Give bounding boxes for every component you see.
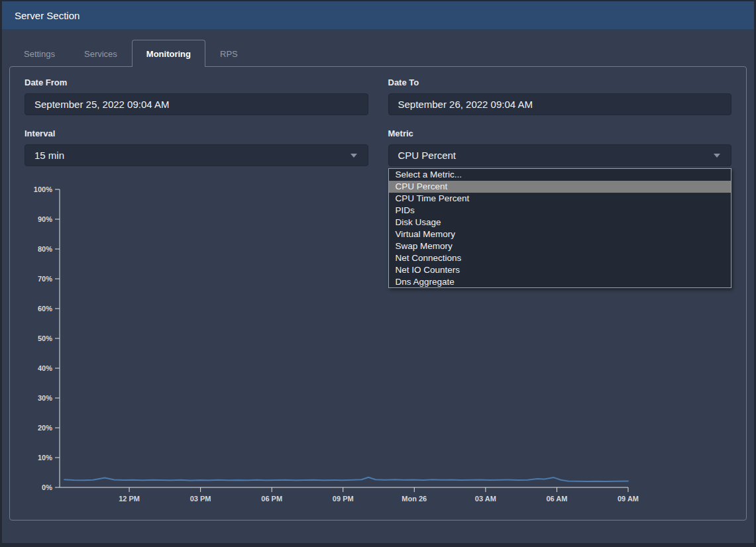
metric-option-net-io-counters[interactable]: Net IO Counters [389,264,731,276]
metric-select[interactable]: CPU Percent [388,144,732,166]
chevron-down-icon [714,154,720,158]
metric-option-cpu-percent[interactable]: CPU Percent [389,181,731,193]
interval-label: Interval [25,128,368,138]
date-from-field-group: Date From [25,77,368,115]
tab-monitoring[interactable]: Monitoring [132,40,205,67]
date-from-label: Date From [25,77,368,87]
app-header: Server Section [2,1,754,30]
x-tick-label: 06 AM [546,495,567,503]
chevron-down-icon [351,154,357,158]
tab-bar: SettingsServicesMonitoringRPS [9,40,747,66]
y-tick-label: 80% [38,245,52,253]
metric-selected-value: CPU Percent [398,150,457,161]
y-tick-label: 40% [38,364,52,372]
page-title: Server Section [15,10,80,21]
y-tick-label: 30% [38,394,52,402]
y-tick-label: 100% [34,185,52,193]
metric-option-select-a-metric[interactable]: Select a Metric... [389,169,731,181]
metric-option-pids[interactable]: PIDs [389,205,731,217]
interval-field-group: Interval 15 min [25,128,368,166]
y-tick-label: 50% [38,334,52,342]
metric-option-cpu-time-percent[interactable]: CPU Time Percent [389,193,731,205]
metric-field-group: Metric CPU Percent Select a Metric...CPU… [388,128,732,166]
metric-option-disk-usage[interactable]: Disk Usage [389,217,731,228]
metric-option-dns-aggregate[interactable]: Dns Aggregate [389,276,731,288]
interval-select[interactable]: 15 min [25,144,368,166]
metric-option-net-connections[interactable]: Net Connections [389,252,731,264]
metric-dropdown-list: Select a Metric...CPU PercentCPU Time Pe… [388,168,732,288]
monitoring-panel: Date From Date To Interval 15 min Metric… [9,66,747,521]
app-window: Server Section SettingsServicesMonitorin… [2,1,754,543]
tab-rps[interactable]: RPS [205,40,252,67]
x-tick-label: 09 PM [333,495,354,503]
interval-selected-value: 15 min [34,150,64,161]
y-tick-label: 70% [38,275,52,283]
y-tick-label: 0% [42,483,52,491]
y-tick-label: 10% [38,454,52,462]
y-tick-label: 20% [38,424,52,432]
filter-form: Date From Date To Interval 15 min Metric… [10,67,746,166]
x-tick-label: 12 PM [119,495,140,503]
metric-label: Metric [388,128,732,138]
tab-settings[interactable]: Settings [9,40,70,67]
x-tick-label: Mon 26 [402,495,427,503]
date-to-input[interactable] [388,93,732,115]
metric-option-virtual-memory[interactable]: Virtual Memory [389,228,731,240]
x-tick-label: 06 PM [261,495,282,503]
y-tick-label: 60% [38,305,52,313]
tab-services[interactable]: Services [70,40,132,67]
x-tick-label: 09 AM [618,495,639,503]
metric-option-swap-memory[interactable]: Swap Memory [389,240,731,252]
series-line-cpu-percent [64,477,628,481]
date-to-label: Date To [388,77,732,87]
date-from-input[interactable] [25,93,368,115]
y-tick-label: 90% [38,215,52,223]
x-tick-label: 03 AM [475,495,496,503]
date-to-field-group: Date To [388,77,732,115]
x-tick-label: 03 PM [190,495,211,503]
